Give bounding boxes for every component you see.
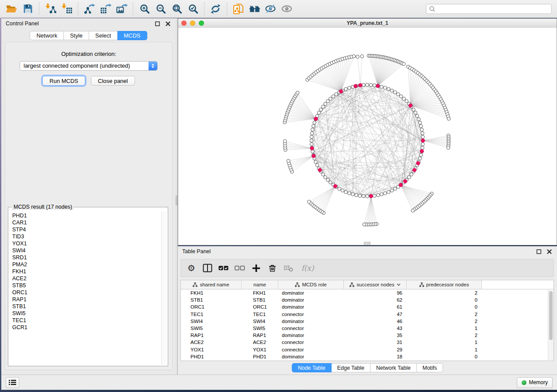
memory-status-icon <box>522 380 526 385</box>
run-mcds-button[interactable]: Run MCDS <box>42 76 85 86</box>
table-row[interactable]: TEC1TEC1connector472 <box>181 311 554 318</box>
tab-network[interactable]: Network <box>30 31 64 40</box>
cell-name: STB1 <box>242 297 278 303</box>
export-network-icon[interactable] <box>81 1 97 16</box>
mcds-result-item[interactable]: ACE2 <box>9 275 160 282</box>
float-panel-icon[interactable] <box>154 20 161 27</box>
close-window-icon[interactable] <box>181 21 187 26</box>
maximize-window-icon[interactable] <box>199 21 204 26</box>
hide-eye-icon[interactable] <box>263 1 279 16</box>
status-bar: Memory <box>1 375 557 390</box>
deselect-all-icon[interactable] <box>234 262 246 274</box>
mcds-result-item[interactable]: YOX1 <box>9 240 160 247</box>
cell-name: ORC1 <box>242 304 278 309</box>
mcds-result-item[interactable]: RAP1 <box>9 296 160 303</box>
settings-icon[interactable]: ⚙ <box>186 262 197 274</box>
cell-mcds-role: dominator <box>278 297 344 303</box>
mcds-result-item[interactable]: FKH1 <box>9 268 160 275</box>
mcds-result-item[interactable]: STB1 <box>9 303 160 310</box>
table-row[interactable]: PHD1PHD1dominator180 <box>181 353 554 360</box>
tab-motifs[interactable]: Motifs <box>417 363 443 372</box>
function-icon[interactable]: f(x) <box>299 262 316 274</box>
tab-node-table[interactable]: Node Table <box>292 363 332 372</box>
export-image-icon[interactable] <box>114 1 130 16</box>
tab-style[interactable]: Style <box>64 31 89 40</box>
eye-icon[interactable] <box>279 1 295 16</box>
table-row[interactable]: SWI5SWI5connector431 <box>181 325 554 332</box>
cell-successor-nodes: 61 <box>344 304 407 309</box>
table-row[interactable]: YOX1YOX1connector291 <box>181 346 554 353</box>
tab-network-table[interactable]: Network Table <box>370 363 417 372</box>
mcds-result-item[interactable]: SWI4 <box>9 247 160 254</box>
mcds-result-item[interactable]: SRD1 <box>9 254 160 261</box>
tab-edge-table[interactable]: Edge Table <box>332 363 370 372</box>
add-icon[interactable] <box>250 262 262 274</box>
table-row[interactable]: SWI4SWI4dominator462 <box>181 318 554 325</box>
mcds-result-item[interactable]: TEC1 <box>9 317 160 324</box>
memory-label: Memory <box>529 379 548 385</box>
network-canvas[interactable] <box>178 28 557 245</box>
mcds-result-item[interactable]: STP4 <box>9 226 160 233</box>
import-table-icon[interactable] <box>59 1 75 16</box>
column-header-shared-name[interactable]: shared name <box>181 280 242 289</box>
tab-mcds[interactable]: MCDS <box>118 31 147 40</box>
column-header-mcds-role[interactable]: MCDS role <box>278 280 344 289</box>
columns-icon[interactable] <box>202 262 213 274</box>
import-network-icon[interactable] <box>42 1 59 16</box>
float-panel-icon[interactable] <box>535 248 542 255</box>
mcds-result-list[interactable]: PHD1CAR1STP4TID3YOX1SWI4SRD1PMA2FKH1ACE2… <box>9 212 160 364</box>
table-scrollbar[interactable] <box>548 290 554 360</box>
mcds-result-item[interactable]: GCR1 <box>9 324 160 331</box>
search-icon <box>429 6 436 12</box>
search-input[interactable] <box>436 5 551 13</box>
table-row[interactable]: ACE2ACE2connector311 <box>181 339 554 346</box>
scrollbar-thumb[interactable] <box>549 291 553 340</box>
horizontal-splitter-handle[interactable] <box>364 242 370 245</box>
select-all-icon[interactable] <box>218 262 229 274</box>
refresh-icon[interactable] <box>208 1 224 16</box>
splitter-handle[interactable] <box>176 196 177 205</box>
mcds-result-item[interactable]: CAR1 <box>9 219 160 226</box>
table-row[interactable]: FKH1FKH1dominator962 <box>181 289 554 296</box>
mcds-result-item[interactable]: TID3 <box>9 233 160 240</box>
zoom-in-icon[interactable] <box>136 1 152 16</box>
table-row[interactable]: STB1STB1dominator620 <box>181 296 554 303</box>
mcds-result-item[interactable]: PHD1 <box>9 212 160 219</box>
toolbar-separator <box>78 2 78 15</box>
optimization-criterion-dropdown[interactable]: largest connected component (undirected) <box>20 61 158 71</box>
cell-shared-name: ACE2 <box>181 340 242 345</box>
save-icon[interactable] <box>20 1 36 16</box>
zoom-out-icon[interactable] <box>152 1 169 16</box>
open-folder-icon[interactable] <box>3 1 20 16</box>
export-table-icon[interactable] <box>97 1 114 16</box>
mcds-result-item[interactable]: PMA2 <box>9 261 160 268</box>
tab-select[interactable]: Select <box>89 31 118 40</box>
memory-button[interactable]: Memory <box>517 377 553 388</box>
mcds-result-item[interactable]: SWI5 <box>9 310 160 317</box>
network-window-titlebar[interactable]: YPA_prune.txt_1 <box>178 19 557 28</box>
mcds-result-item[interactable]: STB5 <box>9 282 160 289</box>
toolbar-separator <box>39 2 39 15</box>
network-graph[interactable] <box>178 28 557 245</box>
houses-icon[interactable] <box>246 1 263 16</box>
column-header-name[interactable]: name <box>242 280 278 289</box>
zoom-fit-icon[interactable] <box>169 1 185 16</box>
close-panel-button[interactable]: Close panel <box>91 76 135 86</box>
column-header-successor-nodes[interactable]: successor nodes <box>344 280 407 289</box>
close-panel-icon[interactable] <box>164 20 171 27</box>
toolbar-separator <box>133 2 133 15</box>
delete-icon[interactable] <box>266 262 278 274</box>
mcds-result-item[interactable]: ORC1 <box>9 289 160 296</box>
table-row[interactable]: ORC1ORC1dominator610 <box>181 303 554 310</box>
table-row[interactable]: RAP1RAP1dominator352 <box>181 332 554 339</box>
close-panel-icon[interactable] <box>546 248 553 255</box>
column-header-predecessor-nodes[interactable]: predecessor nodes <box>407 280 482 289</box>
clear-table-icon[interactable] <box>283 262 294 274</box>
cell-successor-nodes: 43 <box>344 326 407 331</box>
share-document-icon[interactable] <box>230 1 246 16</box>
mcds-list-scrollbar[interactable] <box>161 211 167 365</box>
zoom-selected-icon[interactable] <box>185 1 201 16</box>
cell-successor-nodes: 35 <box>344 333 407 338</box>
task-history-icon[interactable] <box>6 377 19 388</box>
minimize-window-icon[interactable] <box>190 21 195 26</box>
